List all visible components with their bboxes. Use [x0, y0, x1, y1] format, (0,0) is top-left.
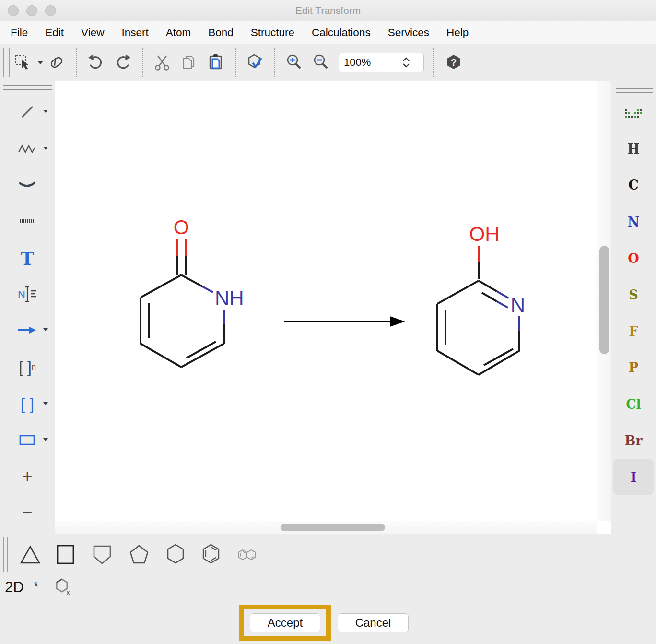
square-ring-icon — [52, 541, 79, 568]
template-benzene-button[interactable] — [197, 540, 225, 569]
template-bar-drag-handle[interactable] — [3, 537, 8, 572]
toolbar-separator — [433, 48, 434, 77]
product-2-hydroxypyridine[interactable]: OH N — [437, 223, 525, 375]
ring-template-bar — [0, 534, 656, 576]
menu-view[interactable]: View — [72, 26, 113, 39]
chain-icon — [17, 139, 38, 158]
toolbar-drag-handle[interactable] — [3, 48, 10, 77]
arc-icon — [17, 176, 38, 195]
element-button-f[interactable]: F — [613, 319, 654, 344]
naphthalene-icon — [233, 541, 262, 568]
paste-button[interactable] — [205, 51, 227, 73]
redo-button[interactable] — [112, 51, 134, 73]
reaction-arrow-icon — [16, 321, 38, 340]
template-cyclopentane-button[interactable] — [125, 540, 153, 569]
minimize-window-button[interactable] — [26, 5, 37, 16]
element-button-n[interactable]: N — [613, 209, 654, 234]
reaction-arrow[interactable] — [284, 316, 405, 327]
brackets-tool-button[interactable]: [ ] — [0, 393, 55, 416]
element-button-br[interactable]: Br — [613, 428, 654, 453]
bond-tool-button[interactable] — [0, 100, 55, 123]
chain-tool-dropdown[interactable] — [43, 147, 48, 150]
menu-insert[interactable]: Insert — [113, 26, 157, 39]
svg-text:N: N — [18, 288, 25, 300]
chain-tool-button[interactable] — [0, 137, 55, 160]
atom-label-tool-button[interactable]: N — [0, 283, 55, 306]
horizontal-scrollbar[interactable] — [55, 521, 597, 534]
svg-text:?: ? — [451, 57, 457, 68]
menu-calculations[interactable]: Calculations — [303, 26, 379, 39]
template-cyclohexane-button[interactable] — [161, 540, 190, 569]
zoom-out-icon — [312, 53, 331, 72]
zoom-in-button[interactable] — [283, 51, 305, 73]
arc-tool-button[interactable] — [0, 174, 55, 197]
menu-structure[interactable]: Structure — [242, 26, 303, 39]
selection-tool-button[interactable] — [12, 51, 34, 73]
pyridine-n-label[interactable]: N — [511, 294, 525, 316]
help-button[interactable]: ? — [443, 51, 465, 73]
cut-button[interactable] — [151, 51, 173, 73]
rectangle-tool-dropdown[interactable] — [43, 438, 48, 441]
vertical-scrollbar[interactable] — [597, 81, 611, 521]
palette-drag-handle[interactable] — [3, 85, 52, 90]
hash-marks-icon — [17, 212, 38, 231]
element-button-p[interactable]: P — [613, 355, 654, 380]
svg-text:x: x — [66, 588, 70, 596]
reaction-arrow-tool-button[interactable] — [0, 319, 55, 342]
menu-bond[interactable]: Bond — [199, 26, 242, 39]
dimension-mode-toggle[interactable]: 2D — [5, 579, 24, 596]
element-button-i[interactable]: I — [613, 459, 654, 495]
periodic-table-button[interactable] — [613, 102, 654, 127]
selection-tool-dropdown[interactable] — [37, 61, 43, 64]
increase-charge-button[interactable]: + — [0, 465, 55, 488]
decrease-charge-button[interactable]: − — [0, 501, 55, 524]
carbonyl-oxygen-label[interactable]: O — [174, 216, 189, 239]
element-button-s[interactable]: S — [613, 282, 654, 307]
cancel-button[interactable]: Cancel — [338, 613, 409, 632]
zoom-window-button[interactable] — [45, 5, 56, 16]
template-cyclopropane-button[interactable] — [16, 540, 45, 569]
repeat-group-tool-button[interactable]: [ ]n — [0, 356, 55, 379]
zoom-out-button[interactable] — [310, 51, 332, 73]
any-atom-button[interactable]: * — [34, 580, 39, 595]
palette-drag-handle[interactable] — [616, 88, 653, 93]
template-cyclobutane-button[interactable] — [51, 540, 80, 569]
zoom-stepper[interactable] — [396, 53, 416, 72]
menu-services[interactable]: Services — [379, 26, 438, 39]
atom-label-icon: N — [16, 284, 39, 305]
undo-button[interactable] — [85, 51, 107, 73]
element-button-c[interactable]: C — [613, 172, 654, 197]
reactant-2-pyridone[interactable]: O NH — [141, 216, 244, 367]
eraser-button[interactable] — [46, 51, 68, 73]
element-button-cl[interactable]: Cl — [613, 392, 654, 417]
hash-bond-tool-button[interactable] — [0, 210, 55, 233]
template-naphthalene-button[interactable] — [233, 540, 262, 569]
element-button-h[interactable]: H — [613, 136, 654, 161]
close-window-button[interactable] — [8, 5, 19, 16]
template-cyclopentane-down-button[interactable] — [88, 540, 117, 569]
check-structure-button[interactable] — [244, 51, 266, 73]
clean-structure-button[interactable]: x — [54, 577, 73, 599]
menu-edit[interactable]: Edit — [36, 26, 72, 39]
rectangle-tool-button[interactable] — [0, 429, 55, 452]
copy-button[interactable] — [178, 51, 200, 73]
element-button-o[interactable]: O — [613, 246, 654, 271]
pentagon-icon — [126, 541, 152, 568]
vertical-scrollbar-thumb[interactable] — [599, 246, 609, 354]
hydroxyl-oh-label[interactable]: OH — [469, 223, 500, 245]
zoom-level-input[interactable] — [339, 53, 396, 72]
text-tool-button[interactable]: T — [0, 247, 55, 270]
menu-atom[interactable]: Atom — [157, 26, 200, 39]
toolbar-separator — [235, 48, 236, 77]
scrollbar-corner — [597, 521, 611, 534]
reaction-arrow-dropdown[interactable] — [43, 328, 48, 331]
drawing-canvas[interactable]: O NH OH — [55, 81, 597, 521]
horizontal-scrollbar-thumb[interactable] — [281, 524, 385, 531]
bond-tool-dropdown[interactable] — [43, 110, 48, 113]
amine-nh-label[interactable]: NH — [215, 287, 244, 310]
accept-button[interactable]: Accept — [250, 613, 320, 632]
paste-icon — [206, 53, 225, 72]
brackets-tool-dropdown[interactable] — [43, 402, 48, 405]
menu-file[interactable]: File — [2, 26, 36, 39]
menu-help[interactable]: Help — [438, 26, 477, 39]
